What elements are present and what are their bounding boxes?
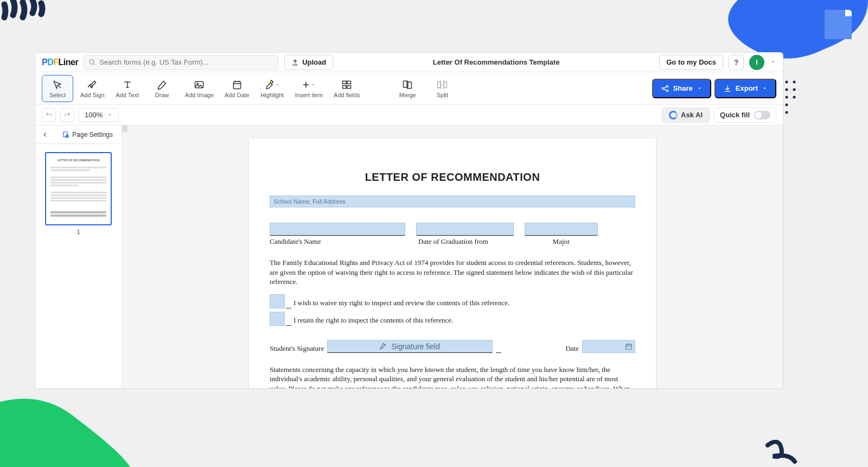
tool-add-date[interactable]: Add Date [221, 75, 253, 102]
chevron-down-icon [310, 82, 316, 87]
svg-point-11 [786, 104, 788, 106]
download-icon [723, 84, 732, 93]
label-retain: I retain the right to inspect the conten… [293, 316, 453, 326]
thumbnails-sidebar: Page Settings LETTER OF RECOMMENDATION [35, 125, 122, 388]
page-thumbnail[interactable]: LETTER OF RECOMMENDATION [45, 152, 112, 225]
redo-icon [63, 111, 71, 119]
ai-ring-icon [669, 111, 678, 119]
field-school-name[interactable]: School Name, Full Address [270, 195, 635, 207]
search-wrapper[interactable] [84, 55, 279, 70]
label-major: Major [525, 237, 598, 246]
tool-add-image[interactable]: Add Image [181, 75, 218, 102]
label-graduation: Date of Graduation from [416, 237, 514, 246]
field-major[interactable] [525, 223, 598, 236]
field-graduation-date[interactable] [416, 223, 514, 236]
label-waive: I wish to waive my right to inspect and … [293, 299, 509, 308]
chevron-down-icon [275, 82, 280, 87]
workspace: Page Settings LETTER OF RECOMMENDATION [35, 125, 783, 388]
svg-point-6 [793, 89, 796, 91]
document-canvas[interactable]: LETTER OF RECOMMENDATION School Name, Fu… [122, 125, 783, 388]
logo[interactable]: PDFLiner [42, 58, 78, 67]
upload-label: Upload [302, 58, 326, 66]
chevron-down-icon [107, 112, 113, 118]
sidebar-collapse[interactable] [40, 129, 50, 140]
tool-draw[interactable]: Draw [146, 75, 178, 102]
field-signature[interactable]: Signature field [327, 340, 493, 353]
tool-insert-item[interactable]: Insert item [291, 75, 327, 102]
highlighter-icon [264, 79, 275, 90]
tool-merge[interactable]: Merge [392, 75, 423, 102]
sidebar-header: Page Settings [35, 125, 122, 144]
svg-rect-24 [438, 81, 441, 88]
svg-point-13 [786, 111, 788, 114]
sub-toolbar: 100% Ask AI Quick fill [35, 105, 783, 125]
svg-rect-31 [626, 344, 632, 349]
document-title: Letter Of Recommendations Template [339, 58, 654, 66]
top-bar: PDFLiner Upload Letter Of Recommendation… [35, 53, 783, 72]
export-button[interactable]: Export [714, 79, 776, 98]
doc-heading: LETTER OF RECOMMENDATION [270, 171, 635, 184]
help-button[interactable]: ? [729, 55, 744, 70]
svg-point-2 [786, 81, 788, 84]
svg-point-3 [793, 81, 796, 84]
share-icon [661, 84, 669, 93]
plus-icon [302, 80, 310, 89]
thumbnail-list: LETTER OF RECOMMENDATION 1 [35, 144, 122, 388]
go-to-docs-button[interactable]: Go to my Docs [659, 55, 723, 70]
zoom-select[interactable]: 100% [79, 108, 119, 122]
undo-icon [45, 111, 53, 119]
svg-rect-25 [444, 81, 447, 88]
pen-nib-icon [380, 343, 387, 350]
svg-point-8 [786, 96, 788, 99]
svg-rect-21 [347, 85, 351, 88]
scrollbar-marker[interactable] [122, 125, 127, 132]
share-button[interactable]: Share [652, 79, 711, 98]
field-candidate-name[interactable] [270, 223, 405, 236]
text-icon [122, 79, 133, 90]
document-page: LETTER OF RECOMMENDATION School Name, Fu… [249, 138, 656, 388]
ask-ai-button[interactable]: Ask AI [662, 108, 710, 123]
tool-select[interactable]: Select [42, 75, 73, 102]
tool-split[interactable]: Split [426, 75, 458, 102]
page-settings-button[interactable]: Page Settings [62, 131, 113, 138]
split-icon [437, 79, 448, 90]
pencil-icon [157, 79, 168, 90]
svg-rect-18 [343, 81, 347, 84]
avatar-dropdown[interactable] [770, 58, 776, 67]
tool-add-fields[interactable]: Add fields [330, 75, 363, 102]
quick-fill-toggle[interactable]: Quick fill [714, 108, 776, 123]
avatar[interactable]: I [749, 55, 764, 70]
thumbnail-page-number: 1 [45, 229, 112, 235]
redo-button[interactable] [60, 108, 74, 122]
merge-icon [402, 79, 413, 90]
main-toolbar: Select Add Sign Add Text Draw Add Image … [35, 72, 783, 105]
tool-add-sign[interactable]: Add Sign [76, 75, 108, 102]
search-input[interactable] [99, 58, 274, 66]
checkbox-waive[interactable] [270, 294, 285, 308]
image-icon [194, 79, 205, 90]
form-fields-icon [341, 79, 352, 90]
toggle-switch[interactable] [754, 111, 770, 119]
chevron-down-icon [770, 59, 776, 65]
decoration-strokes-top-left [0, 0, 49, 38]
tool-highlight[interactable]: Highlight [257, 75, 288, 102]
svg-rect-19 [347, 81, 351, 84]
checkbox-retain[interactable] [270, 312, 285, 326]
app-window: PDFLiner Upload Letter Of Recommendation… [35, 52, 783, 389]
paragraph-ferpa: The Family Educational Rights and Privac… [270, 258, 635, 287]
tool-add-text[interactable]: Add Text [112, 75, 143, 102]
cursor-icon [52, 79, 63, 90]
svg-point-5 [786, 89, 788, 91]
label-candidate: Candidate's Name [270, 237, 405, 246]
svg-point-14 [90, 59, 94, 64]
upload-button[interactable]: Upload [284, 55, 333, 70]
undo-button[interactable] [42, 108, 56, 122]
paragraph-instructions: Statements concerning the capacity in wh… [270, 365, 635, 388]
field-date[interactable] [582, 340, 635, 353]
chevron-down-icon [762, 85, 768, 91]
page-settings-icon [62, 131, 69, 138]
svg-rect-17 [233, 81, 240, 89]
svg-rect-20 [343, 85, 347, 88]
chevron-down-icon [697, 85, 703, 91]
signature-icon [87, 79, 98, 90]
